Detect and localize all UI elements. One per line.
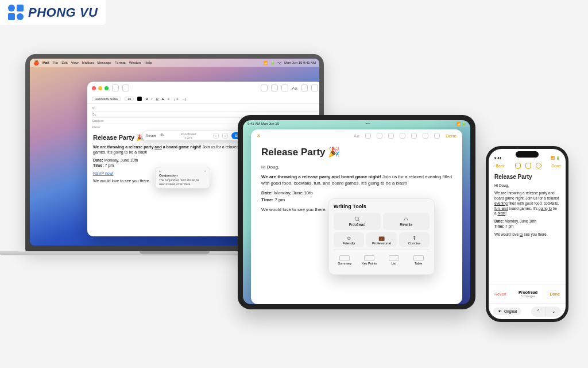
window-traffic-lights[interactable] (92, 86, 109, 90)
keypoints-button[interactable]: Key Points (358, 251, 381, 269)
close-icon[interactable]: ✕ (257, 133, 261, 139)
more-icon[interactable] (536, 163, 541, 168)
more-icon[interactable] (434, 133, 440, 139)
status-right: 📶 🔋 (551, 156, 560, 160)
share-icon[interactable] (411, 133, 417, 139)
done-button[interactable]: Done (446, 133, 457, 139)
to-field[interactable] (108, 106, 318, 110)
summary-button[interactable]: Summary (334, 251, 356, 269)
control-center-icon[interactable]: ⌥ (277, 61, 281, 65)
menubar-clock[interactable]: Mon Jun 10 9:41 AM (284, 61, 316, 64)
professional-button[interactable]: 💼Professional (366, 232, 397, 247)
send-button[interactable] (112, 85, 119, 91)
text-style-button[interactable]: Aa (354, 133, 359, 139)
photos-icon[interactable] (311, 85, 318, 91)
ipad-device: 9:41 AM Mon Jun 10 ••• 📶 🔋 ✕ Aa D (238, 115, 475, 309)
share-icon[interactable] (525, 163, 531, 168)
format-bar: Helvetica Neue 14 B I U S ≡ ⋮≡ →| (87, 94, 319, 103)
menubar-help[interactable]: Help (145, 61, 152, 64)
menubar-message[interactable]: Message (97, 61, 111, 64)
bold-button[interactable]: B (145, 97, 148, 101)
italic-button[interactable]: I (152, 97, 153, 101)
note-title: Release Party 🎉 (261, 145, 452, 159)
menubar-file[interactable]: File (53, 61, 59, 64)
logo-dots-icon (8, 5, 24, 20)
preview-icon[interactable]: 👁 (160, 133, 164, 139)
date-value: Monday, June 10th (104, 158, 138, 162)
friendly-button[interactable]: ☺Friendly (334, 232, 364, 247)
tooltip-title: Conjunction (159, 174, 206, 178)
menubar-mailbox[interactable]: Mailbox (82, 61, 94, 64)
format-icon[interactable] (281, 85, 288, 91)
menubar-format[interactable]: Format (115, 61, 126, 64)
next-change-button[interactable]: ⌄ (546, 306, 561, 317)
rsvp-link[interactable]: RSVP now! (93, 171, 114, 175)
notes-window: ✕ Aa Done Release Party 🎉 Hi Doug, We (251, 129, 462, 304)
menubar-window[interactable]: Window (129, 61, 141, 64)
table-icon (413, 255, 424, 261)
original-toggle[interactable]: 👁Original (493, 308, 521, 315)
ai-icon[interactable] (423, 133, 428, 139)
menubar-view[interactable]: View (71, 61, 79, 64)
eye-icon: 👁 (498, 309, 502, 313)
time-value: 7 pm (105, 163, 114, 167)
battery-icon[interactable]: 🔋 (270, 61, 274, 65)
text-style-button[interactable]: Aa (292, 86, 297, 91)
attach-icon[interactable] (271, 85, 278, 91)
rewrite-button[interactable]: Rewrite (383, 213, 430, 230)
drawing-icon[interactable] (400, 133, 405, 139)
revert-button[interactable]: Revert (494, 292, 506, 296)
grammar-tooltip: AI↺ Conjunction The conjunction 'and' sh… (155, 167, 210, 189)
list-button[interactable]: ⋮≡ (173, 97, 179, 101)
indent-button[interactable]: →| (182, 97, 187, 101)
summary-icon (339, 255, 350, 261)
concise-button[interactable]: ‡Concise (399, 232, 430, 247)
mail-toolbar: Aa (87, 82, 319, 94)
proofread-done-button[interactable]: Done (550, 292, 560, 296)
proofread-toolbar: Revert 👁 Proofread 1 of 5 ‹ › Done (142, 131, 251, 141)
prev-change-button[interactable]: ⌃ (531, 306, 546, 317)
ai-icon[interactable] (261, 85, 268, 91)
table-icon[interactable] (377, 133, 382, 139)
tooltip-body: The conjunction 'and' should be used ins… (159, 178, 206, 186)
intro-bold: We are throwing a release party (93, 145, 153, 149)
wifi-icon[interactable]: 📶 (264, 61, 268, 65)
svg-point-0 (355, 217, 358, 220)
list-button[interactable]: List (383, 251, 405, 269)
apple-menu-icon[interactable]: 🍎 (33, 60, 39, 66)
align-button[interactable]: ≡ (168, 97, 170, 101)
strike-button[interactable]: S (162, 97, 164, 101)
proofread-changes: 5 changes (506, 294, 550, 298)
menubar-app[interactable]: Mail (42, 61, 49, 64)
table-button[interactable]: Table (407, 251, 430, 269)
ipad-multitask-dots[interactable]: ••• (366, 122, 370, 125)
ai-icon[interactable] (515, 163, 521, 168)
underline-button[interactable]: U (156, 97, 158, 101)
ipados-home: 9:41 AM Mon Jun 10 ••• 📶 🔋 ✕ Aa D (243, 120, 470, 304)
header-fields-button[interactable] (122, 85, 129, 91)
subject-label: Subject: (92, 119, 106, 122)
ipad-status-time: 9:41 AM Mon Jun 10 (247, 122, 279, 125)
text-color-swatch[interactable] (137, 97, 142, 101)
prev-suggestion-button[interactable]: ‹ (213, 133, 219, 139)
highlighted-conjunction[interactable]: and (154, 145, 161, 149)
rewrite-icon (403, 216, 409, 222)
macos-menubar[interactable]: 🍎 Mail File Edit View Mailbox Message Fo… (30, 59, 319, 67)
note-title: Release Party (494, 173, 560, 181)
done-button[interactable]: Done (551, 164, 561, 168)
checklist-icon[interactable] (365, 133, 371, 139)
from-label: From: (92, 125, 106, 129)
attach-icon[interactable] (388, 133, 394, 139)
notes-editor[interactable]: Release Party Hi Doug, We are throwing a… (489, 171, 566, 285)
proofread-revert-button[interactable]: Revert (146, 133, 156, 138)
emoji-icon[interactable] (301, 85, 308, 91)
undo-icon[interactable]: ↺ (204, 170, 206, 172)
back-button[interactable]: ‹ Back (493, 164, 505, 168)
font-size-select[interactable]: 14 (125, 97, 134, 101)
next-suggestion-button[interactable]: › (222, 133, 228, 139)
proofread-button[interactable]: Proofread (334, 213, 381, 230)
ai-badge: AI (159, 170, 161, 172)
to-label: To: (92, 106, 106, 110)
font-family-select[interactable]: Helvetica Neue (92, 97, 121, 101)
menubar-edit[interactable]: Edit (61, 61, 67, 64)
